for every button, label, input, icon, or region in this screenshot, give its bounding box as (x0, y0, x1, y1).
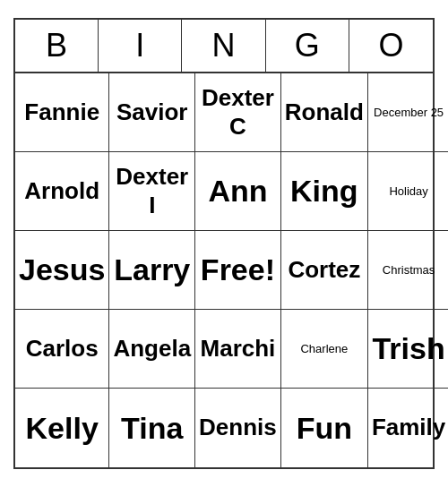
cell-text: Jesus (19, 252, 105, 288)
cell-text: December 25 (374, 106, 444, 120)
header-letter: N (182, 20, 265, 72)
bingo-cell: Dexter C (195, 73, 281, 152)
header-letter: I (99, 20, 182, 72)
cell-text: Marchi (201, 335, 276, 363)
cell-text: Cortez (288, 256, 360, 284)
cell-text: Angela (113, 335, 191, 363)
bingo-cell: Kelly (15, 389, 109, 467)
bingo-cell: Larry (109, 231, 195, 310)
bingo-cell: Free! (195, 231, 281, 310)
bingo-cell: Tina (109, 389, 195, 467)
bingo-card: BINGO FannieSaviorDexter CRonaldDecember… (13, 18, 435, 469)
bingo-cell: Charlene (281, 310, 368, 389)
cell-text: Tina (121, 410, 183, 447)
bingo-cell: Cortez (281, 231, 368, 310)
cell-text: Free! (201, 252, 275, 288)
cell-text: Holiday (389, 184, 427, 199)
header-letter: B (15, 20, 99, 72)
bingo-cell: Family (368, 389, 448, 467)
cell-text: King (290, 173, 358, 209)
cell-text: Larry (114, 252, 190, 288)
cell-text: Carlos (26, 335, 99, 363)
bingo-header: BINGO (15, 20, 433, 73)
bingo-grid: FannieSaviorDexter CRonaldDecember 25Arn… (15, 73, 433, 467)
cell-text: Fun (297, 410, 352, 447)
cell-text: Fannie (24, 98, 99, 126)
bingo-cell: Jesus (15, 231, 109, 310)
cell-text: Dexter C (199, 84, 277, 140)
cell-text: Christmas (383, 263, 435, 278)
bingo-cell: Angela (109, 310, 195, 389)
cell-text: Ann (208, 173, 267, 209)
bingo-cell: Christmas (368, 231, 448, 310)
bingo-cell: Trish (368, 310, 448, 389)
bingo-cell: December 25 (368, 73, 448, 152)
cell-text: Charlene (300, 342, 348, 356)
cell-text: Savior (116, 98, 188, 126)
bingo-cell: Marchi (195, 310, 281, 389)
bingo-cell: Dennis (195, 389, 281, 467)
bingo-cell: Fannie (15, 73, 109, 152)
bingo-cell: Savior (109, 73, 195, 152)
cell-text: Dennis (199, 414, 277, 441)
cell-text: Dexter I (113, 163, 191, 218)
cell-text: Kelly (26, 410, 99, 447)
bingo-cell: Ronald (281, 73, 368, 152)
bingo-cell: Ann (195, 152, 281, 231)
bingo-cell: Fun (281, 389, 368, 467)
cell-text: Ronald (285, 98, 364, 126)
cell-text: Family (372, 414, 445, 441)
cell-text: Arnold (24, 177, 99, 205)
header-letter: O (349, 20, 433, 72)
bingo-cell: Holiday (368, 152, 448, 231)
cell-text: Trish (372, 330, 444, 367)
header-letter: G (266, 20, 349, 72)
bingo-cell: Dexter I (109, 152, 195, 231)
bingo-cell: King (281, 152, 368, 231)
bingo-cell: Carlos (15, 310, 109, 389)
bingo-cell: Arnold (15, 152, 109, 231)
